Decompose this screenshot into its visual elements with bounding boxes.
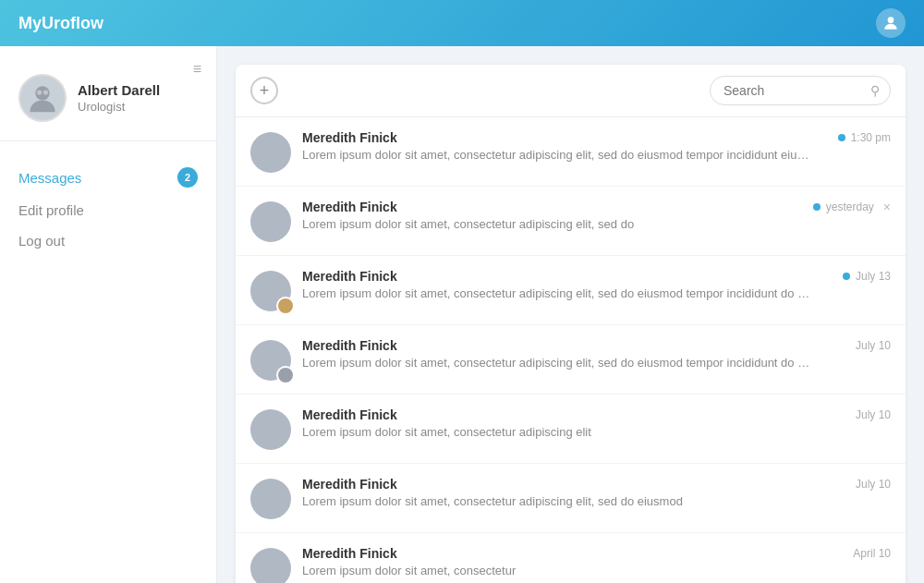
profile-role: Urologist [78,100,160,114]
message-content: Meredith Finickyesterday×Lorem ipsum dol… [302,200,891,231]
message-header: Meredith Finickyesterday× [302,200,891,214]
message-avatar [250,132,291,173]
message-avatar [250,479,291,519]
message-sender: Meredith Finick [302,130,397,145]
profile-name: Albert Darell [78,82,160,98]
message-preview: Lorem ipsum dolor sit amet, consectetur … [302,425,810,439]
message-preview: Lorem ipsum dolor sit amet, consectetur … [302,217,810,231]
message-avatar [250,409,291,450]
message-sender: Meredith Finick [302,477,397,492]
message-content: Meredith FinickJuly 10Lorem ipsum dolor … [302,407,891,439]
message-content: Meredith FinickJuly 13Lorem ipsum dolor … [302,269,891,300]
message-item[interactable]: Meredith Finick1:30 pmLorem ipsum dolor … [236,117,906,187]
svg-point-2 [37,91,42,95]
svg-point-3 [43,91,48,95]
message-time: July 10 [856,478,891,491]
message-meta: July 13 [843,270,891,283]
message-sender: Meredith Finick [302,269,397,284]
main-layout: ≡ Albert Darell Urologist Messages [0,46,924,583]
message-time: July 13 [856,270,891,283]
messages-badge: 2 [177,167,198,188]
unread-dot [813,203,821,211]
app-header: MyUroflow [0,0,924,46]
message-sender: Meredith Finick [302,338,397,353]
add-message-button[interactable]: + [250,77,278,104]
message-meta: yesterday× [813,200,891,214]
message-header: Meredith FinickJuly 10 [302,338,891,353]
message-avatar [250,201,291,242]
message-header: Meredith Finick1:30 pm [302,130,891,145]
message-header: Meredith FinickJuly 10 [302,477,891,492]
message-time: yesterday [826,200,874,213]
message-sender: Meredith Finick [302,546,397,561]
message-content: Meredith FinickApril 10Lorem ipsum dolor… [302,546,891,577]
sidebar-item-label-log-out: Log out [18,233,65,249]
search-input[interactable] [710,76,891,105]
message-header: Meredith FinickJuly 13 [302,269,891,284]
sidebar-item-label-messages: Messages [18,170,81,186]
menu-icon[interactable]: ≡ [193,61,201,78]
message-meta: July 10 [856,339,891,352]
messages-toolbar: + ⚲ [236,65,906,117]
message-content: Meredith FinickJuly 10Lorem ipsum dolor … [302,477,891,508]
sub-avatar-gray [276,366,295,384]
sidebar-nav: Messages 2 Edit profile Log out [0,141,216,256]
message-meta: April 10 [853,547,891,560]
close-icon[interactable]: × [883,200,891,214]
svg-point-0 [888,17,894,23]
message-item[interactable]: Meredith FinickJuly 10Lorem ipsum dolor … [236,325,906,395]
sidebar-profile: Albert Darell Urologist [0,65,216,141]
message-sender: Meredith Finick [302,200,397,214]
message-time: July 10 [856,408,891,421]
main-content: + ⚲ Meredith Finick1:30 pmLorem ipsum do… [217,46,924,583]
message-item[interactable]: Meredith Finickyesterday×Lorem ipsum dol… [236,187,906,256]
message-item[interactable]: Meredith FinickApril 10Lorem ipsum dolor… [236,533,906,583]
unread-dot [838,134,845,141]
sidebar-item-label-edit-profile: Edit profile [18,202,84,218]
message-avatar [250,271,291,311]
message-item[interactable]: Meredith FinickJuly 10Lorem ipsum dolor … [236,395,906,464]
message-time: July 10 [856,339,891,352]
avatar [18,74,67,122]
message-list: Meredith Finick1:30 pmLorem ipsum dolor … [236,117,906,583]
search-icon: ⚲ [870,83,880,98]
message-preview: Lorem ipsum dolor sit amet, consectetur … [302,356,810,370]
message-content: Meredith Finick1:30 pmLorem ipsum dolor … [302,130,891,162]
message-preview: Lorem ipsum dolor sit amet, consectetur … [302,148,810,162]
message-content: Meredith FinickJuly 10Lorem ipsum dolor … [302,338,891,370]
message-meta: 1:30 pm [838,131,891,144]
message-sender: Meredith Finick [302,407,397,422]
message-meta: July 10 [856,478,891,491]
message-time: April 10 [853,547,891,560]
message-header: Meredith FinickApril 10 [302,546,891,561]
sidebar-item-edit-profile[interactable]: Edit profile [0,195,216,225]
message-preview: Lorem ipsum dolor sit amet, consectetur … [302,286,810,300]
message-preview: Lorem ipsum dolor sit amet, consectetur [302,564,810,577]
sidebar: ≡ Albert Darell Urologist Messages [0,46,217,583]
message-meta: July 10 [856,408,891,421]
message-avatar [250,340,291,381]
message-preview: Lorem ipsum dolor sit amet, consectetur … [302,494,810,508]
sidebar-item-log-out[interactable]: Log out [0,225,216,256]
unread-dot [843,273,850,280]
header-user-avatar[interactable] [876,8,906,38]
sub-avatar-photo [276,297,295,315]
app-title: MyUroflow [18,14,103,33]
sidebar-item-messages[interactable]: Messages 2 [0,160,216,195]
message-item[interactable]: Meredith FinickJuly 13Lorem ipsum dolor … [236,256,906,325]
message-time: 1:30 pm [851,131,891,144]
message-avatar [250,548,291,583]
messages-container: + ⚲ Meredith Finick1:30 pmLorem ipsum do… [236,65,906,583]
profile-info: Albert Darell Urologist [78,82,160,114]
message-item[interactable]: Meredith FinickJuly 10Lorem ipsum dolor … [236,464,906,533]
message-header: Meredith FinickJuly 10 [302,407,891,422]
search-box: ⚲ [710,76,891,105]
